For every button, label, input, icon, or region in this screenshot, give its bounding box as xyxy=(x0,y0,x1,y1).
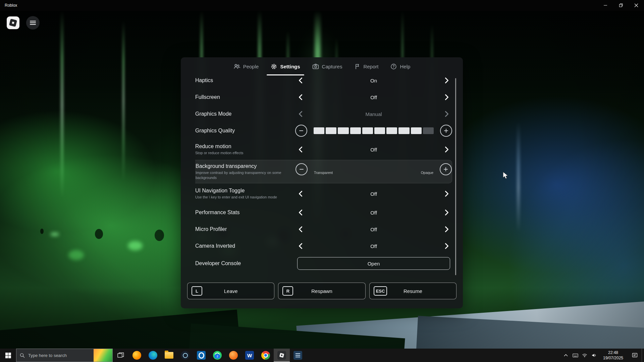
segment xyxy=(411,127,422,134)
setting-label: Performance Stats xyxy=(195,209,292,216)
whatsapp-icon: 2 xyxy=(213,351,222,360)
taskbar-app-edge[interactable] xyxy=(145,349,161,362)
increment-chevron-button[interactable] xyxy=(441,92,452,103)
show-desktop-button[interactable] xyxy=(642,349,644,362)
start-button[interactable] xyxy=(0,349,16,362)
taskbar-app-roblox[interactable] xyxy=(274,349,290,362)
taskbar: 2 W 22:48 xyxy=(0,349,644,362)
setting-label: Developer Console xyxy=(195,260,292,266)
segment xyxy=(350,127,361,134)
chevron-right-icon xyxy=(443,226,450,233)
search-input[interactable] xyxy=(28,353,91,358)
taskbar-app-file-explorer[interactable] xyxy=(161,349,177,362)
slider-labels: Transparent Opaque xyxy=(314,171,433,175)
windows-logo-icon xyxy=(5,353,11,358)
taskbar-app-firefox[interactable] xyxy=(129,349,145,362)
segment xyxy=(326,127,336,134)
tab-people[interactable]: People xyxy=(227,57,265,75)
volume-button[interactable] xyxy=(589,349,599,362)
decrement-chevron-button[interactable] xyxy=(295,188,307,199)
taskbar-app-word[interactable]: W xyxy=(241,349,258,362)
segment xyxy=(362,127,373,134)
camera-icon xyxy=(312,63,319,69)
search-highlight-thumbnail[interactable] xyxy=(94,349,112,362)
increase-quality-button[interactable] xyxy=(440,125,452,137)
hamburger-icon xyxy=(30,20,36,25)
taskbar-app-whatsapp[interactable]: 2 xyxy=(209,349,225,362)
setting-row-haptics: Haptics On xyxy=(195,76,452,89)
increment-chevron-button[interactable] xyxy=(441,108,452,120)
action-center-icon xyxy=(632,353,638,358)
increment-chevron-button[interactable] xyxy=(441,224,452,235)
hud-topleft xyxy=(7,16,40,29)
segment xyxy=(386,127,397,134)
key-badge: ESC xyxy=(374,286,387,296)
taskbar-app-chrome[interactable] xyxy=(258,349,274,362)
developer-console-open-button[interactable]: Open xyxy=(297,257,450,270)
settings-menu-panel: People Settings Captures Report xyxy=(181,57,463,308)
graphics-quality-bar[interactable] xyxy=(314,127,434,134)
taskbar-clock[interactable]: 22:48 19/07/2025 xyxy=(599,350,628,361)
chevron-right-icon xyxy=(443,209,450,216)
segment xyxy=(398,127,409,134)
network-button[interactable] xyxy=(580,349,589,362)
close-button[interactable] xyxy=(629,0,644,11)
orange-app-icon xyxy=(229,351,238,360)
gear-icon xyxy=(271,63,277,70)
decrement-chevron-button[interactable] xyxy=(295,76,307,86)
decrease-quality-button[interactable] xyxy=(295,125,307,137)
setting-value: Off xyxy=(370,95,377,100)
hidden-icons-button[interactable] xyxy=(561,349,571,362)
segment xyxy=(338,127,348,134)
network-icon xyxy=(582,353,587,358)
chevron-right-icon xyxy=(443,242,450,250)
taskbar-app-terminal[interactable] xyxy=(290,349,306,362)
resume-button-label: Resume xyxy=(404,288,422,294)
whatsapp-badge: 2 xyxy=(214,354,220,359)
menu-hamburger-button[interactable] xyxy=(26,16,40,29)
maximize-button[interactable] xyxy=(613,0,629,11)
decrement-chevron-button[interactable] xyxy=(295,224,307,235)
decrease-transparency-button[interactable] xyxy=(296,163,308,175)
taskbar-app-outlook[interactable] xyxy=(193,349,209,362)
increment-chevron-button[interactable] xyxy=(441,188,452,199)
settings-scrollbar[interactable] xyxy=(455,78,456,275)
tab-captures[interactable]: Captures xyxy=(306,57,348,75)
task-view-button[interactable] xyxy=(113,349,129,362)
increase-transparency-button[interactable] xyxy=(440,163,452,175)
action-center-button[interactable] xyxy=(628,349,642,362)
tab-help[interactable]: ? Help xyxy=(384,57,416,75)
increment-chevron-button[interactable] xyxy=(441,207,452,218)
minimize-button[interactable] xyxy=(598,0,613,11)
leave-button[interactable]: L Leave xyxy=(187,283,274,299)
decrement-chevron-button[interactable] xyxy=(295,144,307,155)
chevron-left-icon xyxy=(297,209,305,216)
key-badge: L xyxy=(192,286,202,296)
decrement-chevron-button[interactable] xyxy=(295,92,307,103)
dark-app-icon xyxy=(181,351,190,360)
taskbar-app-dark-blue[interactable] xyxy=(177,349,193,362)
tab-settings[interactable]: Settings xyxy=(265,57,306,75)
setting-value: Off xyxy=(370,147,377,153)
decrement-chevron-button[interactable] xyxy=(295,240,307,252)
restore-icon xyxy=(619,3,623,7)
tab-report[interactable]: Report xyxy=(348,57,384,75)
roblox-logo-button[interactable] xyxy=(7,16,19,29)
tab-label: Settings xyxy=(280,64,300,69)
respawn-button[interactable]: R Respawn xyxy=(278,283,365,299)
setting-subtitle: Stop or reduce motion effects xyxy=(195,150,292,156)
decrement-chevron-button[interactable] xyxy=(295,108,307,120)
taskbar-app-orange[interactable] xyxy=(225,349,241,362)
tab-label: Captures xyxy=(322,64,342,69)
touch-keyboard-button[interactable] xyxy=(571,349,580,362)
firefox-icon xyxy=(132,351,141,360)
roblox-logo-icon xyxy=(9,19,17,27)
system-tray: 22:48 19/07/2025 xyxy=(561,349,644,362)
increment-chevron-button[interactable] xyxy=(441,76,452,86)
taskbar-search[interactable] xyxy=(16,349,113,362)
increment-chevron-button[interactable] xyxy=(441,240,452,252)
setting-subtitle: Improve contrast by adjusting transparen… xyxy=(196,170,293,180)
decrement-chevron-button[interactable] xyxy=(295,207,307,218)
resume-button[interactable]: ESC Resume xyxy=(369,283,457,299)
increment-chevron-button[interactable] xyxy=(441,144,452,155)
